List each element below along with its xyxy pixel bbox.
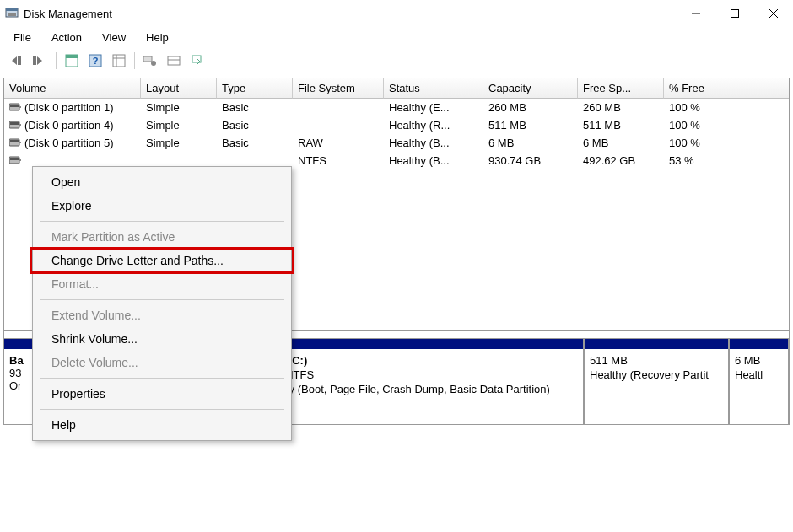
cell-status: Healthy (B... bbox=[384, 153, 483, 168]
cell-capacity: 260 MB bbox=[483, 100, 578, 115]
cell-pctfree: 100 % bbox=[664, 100, 736, 115]
svg-rect-29 bbox=[10, 158, 19, 160]
svg-rect-2 bbox=[8, 13, 16, 16]
partition-recovery[interactable]: 511 MB Healthy (Recovery Partit bbox=[584, 338, 729, 425]
ctx-change-drive-letter[interactable]: Change Drive Letter and Paths... bbox=[31, 249, 293, 272]
maximize-button[interactable] bbox=[715, 0, 754, 27]
ctx-help[interactable]: Help bbox=[33, 413, 291, 437]
partition-raw[interactable]: 6 MB Healtl bbox=[729, 338, 789, 425]
toolbar-list-icon[interactable] bbox=[107, 51, 131, 71]
cell-capacity: 6 MB bbox=[483, 136, 578, 150]
volume-icon bbox=[9, 155, 21, 167]
col-layout[interactable]: Layout bbox=[141, 78, 217, 99]
cell-status: Healthy (B... bbox=[384, 136, 483, 150]
ctx-shrink-volume[interactable]: Shrink Volume... bbox=[33, 327, 291, 351]
window-title: Disk Management bbox=[24, 8, 677, 20]
cell-pctfree: 100 % bbox=[664, 118, 736, 132]
svg-rect-8 bbox=[66, 55, 78, 58]
cell-type: Basic bbox=[217, 118, 293, 132]
context-menu: Open Explore Mark Partition as Active Ch… bbox=[32, 166, 292, 441]
svg-rect-23 bbox=[10, 122, 19, 125]
svg-rect-4 bbox=[731, 10, 739, 18]
col-pctfree[interactable]: % Free bbox=[664, 78, 736, 99]
cell-pctfree: 53 % bbox=[664, 153, 736, 168]
ctx-explore[interactable]: Explore bbox=[33, 194, 291, 218]
col-capacity[interactable]: Capacity bbox=[483, 78, 578, 99]
cell-layout bbox=[141, 160, 217, 162]
ctx-mark-active: Mark Partition as Active bbox=[33, 225, 291, 249]
cell-layout: Simple bbox=[141, 136, 217, 150]
forward-button[interactable] bbox=[29, 51, 52, 71]
volume-icon bbox=[9, 137, 21, 149]
cell-type bbox=[217, 160, 293, 162]
col-volume[interactable]: Volume bbox=[4, 78, 141, 99]
ctx-format: Format... bbox=[33, 272, 291, 296]
col-free[interactable]: Free Sp... bbox=[578, 78, 664, 99]
svg-rect-24 bbox=[19, 124, 21, 126]
cell-fs bbox=[293, 125, 384, 126]
cell-volume: (Disk 0 partition 5) bbox=[4, 136, 141, 150]
cell-text: (Disk 0 partition 1) bbox=[24, 101, 113, 114]
window-controls bbox=[677, 0, 793, 27]
table-row[interactable]: (Disk 0 partition 4)SimpleBasicHealthy (… bbox=[4, 116, 789, 134]
part-line3: Healthy (Recovery Partit bbox=[590, 368, 723, 383]
cell-capacity: 930.74 GB bbox=[483, 153, 578, 168]
part-line2: 6 MB bbox=[735, 354, 783, 368]
title-bar: Disk Management bbox=[0, 0, 793, 27]
menu-file[interactable]: File bbox=[5, 30, 40, 46]
menu-view[interactable]: View bbox=[94, 30, 134, 46]
cell-layout: Simple bbox=[141, 100, 217, 115]
cell-fs: NTFS bbox=[293, 153, 384, 168]
cell-pctfree: 100 % bbox=[664, 136, 736, 150]
cell-volume: (Disk 0 partition 4) bbox=[4, 118, 141, 132]
menu-action[interactable]: Action bbox=[43, 30, 90, 46]
col-fs[interactable]: File System bbox=[293, 78, 384, 99]
cell-layout: Simple bbox=[141, 118, 217, 132]
close-button[interactable] bbox=[754, 0, 793, 27]
part-line1: dows (C:) bbox=[257, 354, 578, 368]
col-type[interactable]: Type bbox=[217, 78, 293, 99]
svg-text:?: ? bbox=[93, 56, 99, 66]
svg-rect-16 bbox=[168, 56, 180, 65]
toolbar-view-icon[interactable] bbox=[60, 51, 84, 71]
part-line3: Healthy (Boot, Page File, Crash Dump, Ba… bbox=[257, 383, 578, 397]
svg-rect-26 bbox=[10, 140, 19, 142]
cell-status: Healthy (E... bbox=[384, 100, 483, 115]
cell-free: 260 MB bbox=[578, 100, 664, 115]
back-button[interactable] bbox=[5, 51, 29, 71]
table-row[interactable]: (Disk 0 partition 1)SimpleBasicHealthy (… bbox=[4, 99, 789, 116]
toolbar-help-icon[interactable]: ? bbox=[84, 51, 107, 71]
svg-rect-14 bbox=[143, 56, 152, 62]
minimize-button[interactable] bbox=[677, 0, 715, 27]
partition-windows[interactable]: dows (C:) 4 GB NTFS Healthy (Boot, Page … bbox=[251, 338, 584, 425]
cell-type: Basic bbox=[217, 100, 293, 115]
cell-free: 6 MB bbox=[578, 136, 664, 150]
part-line3: Healtl bbox=[735, 368, 783, 383]
svg-rect-30 bbox=[19, 159, 21, 161]
ctx-open[interactable]: Open bbox=[33, 170, 291, 194]
volume-icon bbox=[9, 120, 21, 132]
menu-bar: File Action View Help bbox=[0, 27, 793, 47]
toolbar-extra1-icon[interactable] bbox=[162, 51, 186, 71]
svg-rect-27 bbox=[19, 142, 21, 143]
svg-rect-11 bbox=[113, 55, 125, 67]
col-status[interactable]: Status bbox=[384, 78, 483, 99]
toolbar-extra2-icon[interactable] bbox=[186, 51, 209, 71]
svg-rect-20 bbox=[10, 105, 19, 107]
app-icon bbox=[5, 7, 19, 20]
toolbar: ? bbox=[0, 47, 793, 74]
cell-volume: (Disk 0 partition 1) bbox=[4, 100, 141, 115]
cell-free: 511 MB bbox=[578, 118, 664, 132]
ctx-properties[interactable]: Properties bbox=[33, 382, 291, 406]
cell-type: Basic bbox=[217, 136, 293, 150]
volume-icon bbox=[9, 102, 21, 114]
table-row[interactable]: (Disk 0 partition 5)SimpleBasicRAWHealth… bbox=[4, 134, 789, 152]
cell-free: 492.62 GB bbox=[578, 153, 664, 168]
ctx-extend-volume: Extend Volume... bbox=[33, 304, 291, 327]
svg-point-15 bbox=[151, 61, 156, 66]
ctx-delete-volume: Delete Volume... bbox=[33, 351, 291, 374]
toolbar-settings-icon[interactable] bbox=[138, 51, 162, 71]
cell-capacity: 511 MB bbox=[483, 118, 578, 132]
svg-rect-21 bbox=[19, 106, 21, 108]
menu-help[interactable]: Help bbox=[138, 30, 177, 46]
